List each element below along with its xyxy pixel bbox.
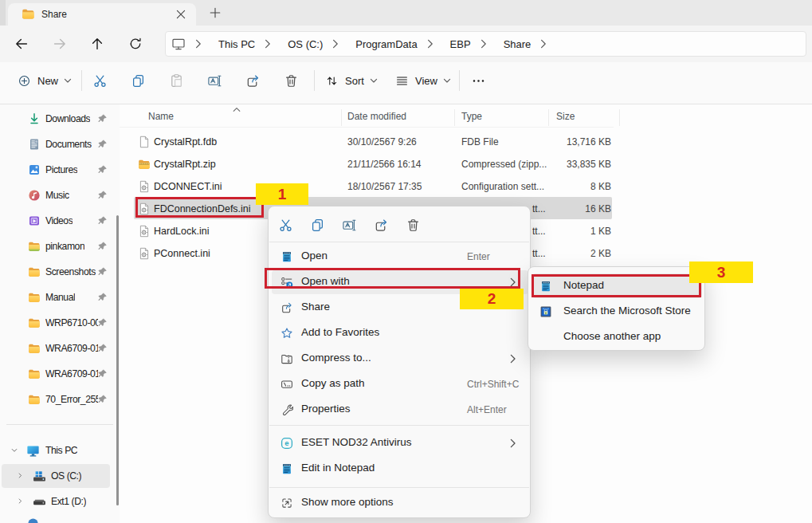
menu-item-edit-in-notepad[interactable]: Edit in Notepad (269, 456, 532, 482)
ext-drive-icon (33, 495, 45, 508)
tab-close-icon[interactable] (173, 7, 189, 22)
more-options-button[interactable] (464, 66, 492, 95)
document-icon (28, 138, 41, 151)
new-tab-button[interactable] (207, 6, 223, 20)
ini-file-icon (138, 180, 151, 193)
sidebar-item-pinkamon[interactable]: pinkamon (0, 234, 120, 258)
column-divider[interactable] (454, 109, 455, 126)
sidebar-item-manual[interactable]: Manual (0, 285, 120, 309)
delete-button[interactable] (277, 66, 305, 95)
sidebar-item-videos[interactable]: Videos (0, 209, 120, 233)
sidebar-item-music[interactable]: Music (0, 183, 120, 207)
sidebar-item-documents[interactable]: Documents (0, 132, 120, 156)
sidebar-item-wrp6710[interactable]: WRP6710-00 (0, 311, 120, 335)
sidebar-item-pictures[interactable]: Pictures (0, 158, 120, 182)
folder-icon (22, 7, 35, 21)
ini-file-icon (138, 247, 151, 260)
eset-icon (280, 437, 293, 450)
breadcrumb-share[interactable]: Share (504, 38, 532, 50)
zip-file-icon (138, 158, 151, 171)
share-button[interactable] (238, 66, 267, 95)
view-button[interactable]: View (389, 66, 457, 95)
refresh-button[interactable] (124, 32, 147, 56)
address-bar: This PC OS (C:) ProgramData EBP Share (0, 26, 812, 62)
chevron-right-icon (265, 39, 271, 49)
new-button-label: New (37, 75, 58, 87)
column-header-date[interactable]: Date modified (347, 111, 406, 122)
menu-item-properties[interactable]: Properties Alt+Enter (269, 397, 532, 423)
sidebar-item-70-error[interactable]: 70_Error_255 (0, 387, 120, 411)
menu-item-compress-to[interactable]: Compress to... (269, 346, 532, 372)
tab-bar: Share (0, 0, 812, 26)
sort-button[interactable]: Sort (319, 66, 384, 95)
wrench-icon (280, 403, 293, 416)
copy-button[interactable] (301, 210, 333, 240)
column-header-name[interactable]: Name (148, 111, 174, 122)
folder-icon (28, 317, 41, 329)
chevron-right-icon (427, 39, 433, 49)
chevron-right-icon (332, 39, 339, 49)
column-header-size[interactable]: Size (556, 111, 575, 122)
up-button[interactable] (85, 32, 109, 56)
videos-icon (28, 214, 41, 227)
sidebar-item-wra6709-1[interactable]: WRA6709-01 (0, 336, 120, 360)
file-row-dconnect-ini[interactable]: DCONNECT.ini 18/10/2567 17:35 Configurat… (120, 175, 812, 198)
delete-button[interactable] (397, 210, 429, 240)
breadcrumb-this-pc[interactable]: This PC (218, 38, 255, 50)
breadcrumb[interactable]: This PC OS (C:) ProgramData EBP Share (165, 31, 806, 57)
pin-icon (97, 266, 108, 277)
navigation-pane: Downloads Documents Pictures Music Video… (0, 104, 120, 523)
breadcrumb-os-c[interactable]: OS (C:) (288, 38, 323, 50)
file-explorer-window: Share This PC OS (C:) ProgramData EBP Sh… (0, 0, 812, 523)
cut-button[interactable] (85, 66, 114, 95)
rename-button[interactable] (333, 210, 365, 240)
annotation-rect-notepad (532, 274, 701, 298)
chevron-right-icon[interactable] (17, 472, 25, 480)
cut-button[interactable] (269, 210, 301, 240)
column-divider[interactable] (341, 109, 342, 126)
menu-item-copy-as-path[interactable]: Copy as path Ctrl+Shift+C (269, 372, 532, 397)
download-icon (28, 112, 41, 125)
pin-icon (97, 164, 108, 175)
sidebar-item-wra6709-2[interactable]: WRA6709-01 (0, 362, 120, 386)
file-row-crystalrpt-fdb[interactable]: CrystalRpt.fdb 30/10/2567 9:26 FDB File … (120, 131, 812, 153)
paste-button[interactable] (162, 66, 190, 95)
menu-item-open[interactable]: Open Enter (269, 244, 532, 269)
copy-button[interactable] (124, 66, 152, 95)
sidebar-item-downloads[interactable]: Downloads (0, 107, 120, 131)
back-button[interactable] (10, 32, 33, 56)
annotation-rect-file (135, 197, 264, 218)
pin-icon (97, 343, 108, 353)
sidebar-divider (6, 424, 113, 425)
menu-divider (269, 242, 529, 242)
chevron-down-icon[interactable] (10, 446, 18, 454)
chevron-right-icon[interactable] (17, 497, 25, 505)
menu-item-eset[interactable]: ESET NOD32 Antivirus (269, 431, 532, 456)
copy-path-icon (280, 378, 293, 391)
tab-share[interactable]: Share (8, 3, 196, 26)
breadcrumb-ebp[interactable]: EBP (450, 38, 471, 50)
menu-item-add-to-favorites[interactable]: Add to Favorites (269, 320, 532, 346)
folder-icon (28, 291, 41, 304)
column-header-type[interactable]: Type (461, 111, 482, 122)
submenu-item-choose-another-app[interactable]: Choose another app (528, 324, 706, 350)
notepad-icon (280, 462, 293, 475)
file-row-crystalrpt-zip[interactable]: CrystalRpt.zip 21/11/2566 16:14 Compress… (120, 153, 812, 175)
sidebar-item-this-pc[interactable]: This PC (0, 438, 120, 462)
sidebar-scrollbar[interactable] (116, 215, 119, 505)
column-divider[interactable] (619, 109, 620, 126)
column-divider[interactable] (548, 109, 549, 126)
pin-icon (97, 113, 108, 124)
sidebar-item-ext1-d[interactable]: Ext1 (D:) (0, 490, 120, 513)
submenu-item-search-store[interactable]: Search the Microsoft Store (528, 299, 706, 324)
new-button[interactable]: New (11, 66, 78, 95)
breadcrumb-programdata[interactable]: ProgramData (355, 38, 417, 50)
sidebar-item-screenshots[interactable]: Screenshots (0, 260, 120, 284)
menu-item-show-more-options[interactable]: Show more options (269, 490, 532, 516)
share-icon (280, 301, 293, 314)
sidebar-item-os-c[interactable]: OS (C:) (0, 464, 120, 488)
compress-icon (280, 352, 293, 365)
share-button[interactable] (365, 210, 397, 240)
rename-button[interactable] (200, 66, 229, 95)
forward-button[interactable] (48, 32, 72, 56)
